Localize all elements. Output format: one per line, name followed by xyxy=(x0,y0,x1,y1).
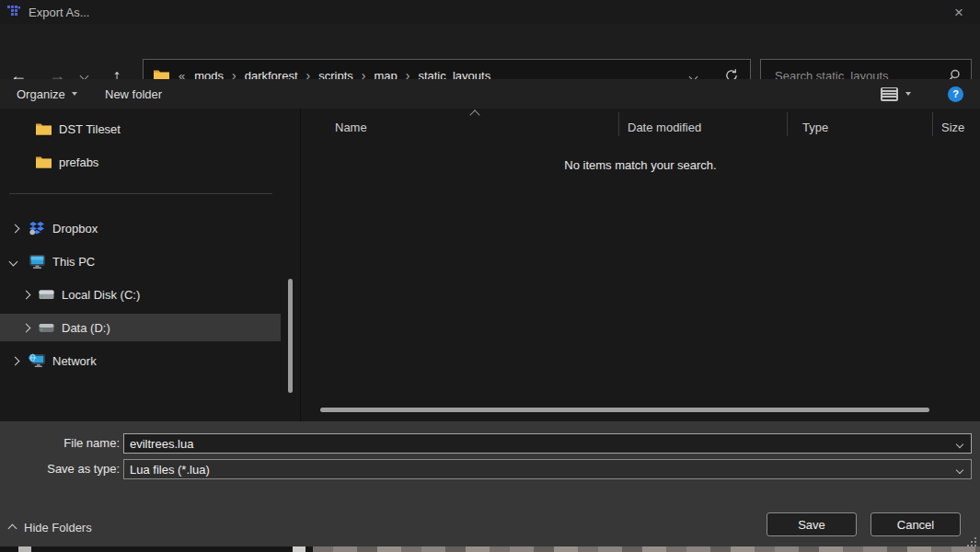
sidebar-item-label: This PC xyxy=(52,255,95,269)
sidebar-item-label: Local Disk (C:) xyxy=(62,288,140,302)
command-toolbar: Organize New folder ? xyxy=(0,79,980,109)
new-folder-button[interactable]: New folder xyxy=(105,79,162,109)
hide-folders-label: Hide Folders xyxy=(24,521,92,535)
close-button[interactable]: × xyxy=(938,0,980,24)
column-separator[interactable] xyxy=(787,112,788,136)
folder-icon xyxy=(35,122,52,135)
caret-down-icon xyxy=(72,92,77,96)
chevron-down-icon xyxy=(956,466,963,474)
save-as-type-value: Lua files (*.lua) xyxy=(124,463,210,477)
caret-down-icon xyxy=(905,92,911,96)
save-panel: File name: Save as type: Lua files (*.lu… xyxy=(0,421,980,546)
save-as-type-label: Save as type: xyxy=(0,459,120,479)
folder-icon xyxy=(35,155,52,168)
titlebar: Export As... × xyxy=(0,0,980,24)
column-separator[interactable] xyxy=(618,112,619,136)
chevron-up-icon xyxy=(8,524,17,534)
column-header-type[interactable]: Type xyxy=(802,114,828,140)
sidebar-divider xyxy=(9,193,272,194)
this-pc-icon xyxy=(29,255,45,269)
app-icon xyxy=(7,6,20,18)
file-name-input[interactable] xyxy=(124,436,971,452)
background-desktop-strip xyxy=(0,546,980,552)
horizontal-scrollbar[interactable] xyxy=(320,408,929,412)
disk-drive-icon xyxy=(38,322,54,333)
empty-results-message: No items match your search. xyxy=(301,158,980,172)
save-as-type-select[interactable]: Lua files (*.lua) xyxy=(123,459,972,479)
sidebar-item-label: Network xyxy=(52,354,97,368)
disk-drive-icon xyxy=(38,289,54,300)
sidebar-item-local-disk-c[interactable]: Local Disk (C:) xyxy=(0,281,300,308)
dropbox-icon xyxy=(29,222,45,236)
sidebar-item-this-pc[interactable]: This PC xyxy=(0,247,300,275)
window-title: Export As... xyxy=(29,6,89,19)
column-header-size[interactable]: Size xyxy=(941,114,964,140)
save-button[interactable]: Save xyxy=(767,512,857,536)
sidebar-item-network[interactable]: Network xyxy=(0,347,300,374)
view-options-button[interactable] xyxy=(881,79,911,109)
file-name-combo xyxy=(123,433,972,454)
collapse-chevron-icon[interactable] xyxy=(6,259,20,265)
cancel-button[interactable]: Cancel xyxy=(870,512,961,536)
organize-label: Organize xyxy=(17,87,65,101)
sidebar-item-prefabs[interactable]: prefabs xyxy=(0,148,300,176)
organize-button[interactable]: Organize xyxy=(17,79,77,109)
expand-chevron-icon[interactable] xyxy=(18,325,33,331)
content-area: DST Tileset prefabs xyxy=(0,109,980,421)
network-icon xyxy=(29,353,45,368)
details-view-icon xyxy=(881,87,898,101)
expand-chevron-icon[interactable] xyxy=(18,292,33,298)
column-header-date-modified[interactable]: Date modified xyxy=(628,114,701,140)
hide-folders-button[interactable]: Hide Folders xyxy=(9,515,92,539)
sidebar-item-dropbox[interactable]: Dropbox xyxy=(0,214,300,242)
file-name-label: File name: xyxy=(0,433,120,454)
sort-ascending-icon xyxy=(469,109,479,120)
help-button[interactable]: ? xyxy=(948,79,963,109)
expand-chevron-icon[interactable] xyxy=(7,358,22,364)
sidebar-scrollbar[interactable] xyxy=(288,279,293,393)
cancel-label: Cancel xyxy=(897,518,934,532)
sidebar-item-label: Dropbox xyxy=(52,222,98,236)
help-icon: ? xyxy=(948,86,963,102)
navigation-pane: DST Tileset prefabs xyxy=(0,109,300,421)
sidebar-item-data-d[interactable]: Data (D:) xyxy=(0,314,281,341)
navigation-bar: ← → ↑ « mods › darkforest › scripts › ma… xyxy=(0,24,980,79)
new-folder-label: New folder xyxy=(105,87,162,101)
save-label: Save xyxy=(798,518,825,532)
column-separator[interactable] xyxy=(932,112,933,136)
file-list-pane: Name Date modified Type Size No items ma… xyxy=(301,109,980,421)
expand-chevron-icon[interactable] xyxy=(7,225,22,232)
export-as-dialog: Export As... × ← → ↑ « mods › darkforest… xyxy=(0,0,980,552)
sidebar-item-dst-tileset[interactable]: DST Tileset xyxy=(0,115,300,143)
sidebar-item-label: DST Tileset xyxy=(59,122,121,136)
sidebar-item-label: Data (D:) xyxy=(62,321,110,335)
column-header-name[interactable]: Name xyxy=(335,114,367,140)
sidebar-item-label: prefabs xyxy=(59,155,98,169)
close-icon: × xyxy=(954,5,963,20)
resize-grip[interactable] xyxy=(967,537,976,546)
